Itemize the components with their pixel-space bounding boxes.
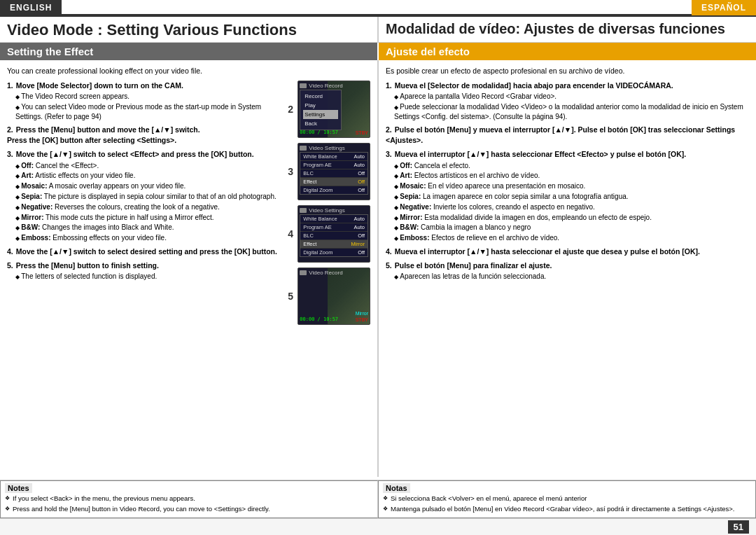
step-4-right: 4.Mueva el interruptor [▲/▼] hasta selec… <box>386 246 749 257</box>
bullet-item: Negative: Reverses the colours, creating… <box>15 202 282 212</box>
settings-key: Program AE <box>303 162 331 168</box>
stby-2: STBY <box>356 130 368 135</box>
section-heading-right: Ajuste del efecto <box>379 43 756 60</box>
screenshot-wrap-4: 4 Video Settings White Balance Auto <box>286 205 370 263</box>
step-5-left-title: 5.Press the [Menu] button to finish sett… <box>7 260 282 271</box>
bullet-item: Sepia: La imagen aparece en color sepia … <box>394 192 749 202</box>
step-2-left-title: 2.Press the [Menu] button and move the [… <box>7 125 282 145</box>
screen-title-5: Video Record <box>309 270 342 276</box>
col-text-right: 1.Mueva el [Selector de modalidad] hacia… <box>386 81 749 282</box>
title-left: Video Mode : Setting Various Functions <box>0 17 379 42</box>
col-left: You can create professional looking effe… <box>0 60 379 477</box>
bullet-item: Aparece la pantalla Video Record <Grabar… <box>394 92 749 102</box>
bullet-item: B&W: Changes the images into Black and W… <box>15 223 282 232</box>
bullet-item: Emboss: Efectos de relieve en el archivo… <box>394 233 749 243</box>
bullet-item: Art: Artistic effects on your video file… <box>15 171 282 181</box>
step-4-left: 4.Move the [▲/▼] switch to select desire… <box>7 246 282 257</box>
timecode-5: 00:00 / 10:57 <box>300 317 338 322</box>
bullet-item: Art: Efectos artísticos en el archivo de… <box>394 171 749 181</box>
settings-row: White Balance Auto <box>300 215 368 223</box>
main-content: You can create professional looking effe… <box>0 60 756 477</box>
bullet-item: Sepia: The picture is displayed in sepia… <box>15 192 282 202</box>
intro-right: Es posible crear un efecto de aspecto pr… <box>386 66 749 76</box>
settings-val-effect: Off <box>358 179 365 185</box>
settings-val: Off <box>358 232 365 239</box>
step-3-left-bullets: Off: Cancel the <Effect>. Art: Artistic … <box>15 161 282 243</box>
step-2-right: 2.Pulse el botón [Menu] y mueva el inter… <box>386 125 749 145</box>
step-5-right-title: 5.Pulse el botón [Menu] para finalizar e… <box>386 260 749 271</box>
bullet-item: Mosaic: En el vídeo aparece una presenta… <box>394 181 749 191</box>
settings-val-effect-mirror: Mirror <box>351 241 365 247</box>
mirror-label: Mirror <box>356 311 368 316</box>
notes-item-left-1: Press and hold the [Menu] button in Vide… <box>5 505 373 514</box>
bullet-item: B&W: Cambia la imagen a blanco y negro <box>394 223 749 232</box>
settings-val: Auto <box>354 216 365 222</box>
notes-section: Notes If you select <Back> in the menu, … <box>0 480 756 518</box>
bullet-item: Mirror: Esta modalidad divide la imagen … <box>394 213 749 223</box>
step-5-right: 5.Pulse el botón [Menu] para finalizar e… <box>386 260 749 282</box>
screenshot-4: Video Settings White Balance Auto Progra… <box>298 205 370 263</box>
settings-val: Auto <box>354 162 365 168</box>
settings-key: Program AE <box>303 224 331 230</box>
screenshot-label-3: Video Settings <box>300 145 368 151</box>
bullet-item: Mirror: This mode cuts the picture in ha… <box>15 213 282 223</box>
col-text-left: 1.Move [Mode Selector] down to turn on t… <box>7 81 282 327</box>
settings-val: Auto <box>354 224 365 230</box>
settings-val: Auto <box>354 153 365 160</box>
settings-grid-4: White Balance Auto Program AE Auto BLC O… <box>300 214 368 257</box>
step-1-right: 1.Mueva el [Selector de modalidad] hacia… <box>386 81 749 122</box>
step-5-left-bullets: The letters of selected function is disp… <box>15 272 282 282</box>
settings-row: Digital Zoom Off <box>300 186 368 194</box>
step-3-right-title: 3.Mueva el interruptor [▲/▼] hasta selec… <box>386 149 749 160</box>
notes-header-right: Notas <box>383 483 410 493</box>
lang-tab-espanol: ESPAÑOL <box>692 0 756 15</box>
notes-box-right: Notas Si selecciona Back <Volver> en el … <box>378 480 756 518</box>
step-1-left-bullets: The Video Record screen appears. You can… <box>15 92 282 121</box>
col-right: Es posible crear un efecto de aspecto pr… <box>379 60 756 477</box>
lang-tab-english: ENGLISH <box>0 0 62 15</box>
step-3-right: 3.Mueva el interruptor [▲/▼] hasta selec… <box>386 149 749 243</box>
step-5-right-bullets: Aparecen las letras de la función selecc… <box>394 272 749 282</box>
screenshot-2: Video Record Record Play Settings Back 0… <box>298 81 370 138</box>
menu-overlay-2: Record Play Settings Back <box>300 90 342 131</box>
settings-key: Digital Zoom <box>303 187 332 193</box>
settings-row: BLC Off <box>300 232 368 240</box>
screenshot-5: Video Record 00:00 / 10:57 STBY Mirror <box>298 268 370 325</box>
screenshot-wrap-3: 3 Video Settings White Balance Auto <box>286 143 370 200</box>
bullet-item: The Video Record screen appears. <box>15 92 282 102</box>
notes-box-left: Notes If you select <Back> in the menu, … <box>0 480 378 518</box>
step-3-left: 3.Move the [▲/▼] switch to select <Effec… <box>7 149 282 243</box>
menu-item: Record <box>303 92 338 101</box>
step-1-right-title: 1.Mueva el [Selector de modalidad] hacia… <box>386 81 749 91</box>
screenshot-label-2: Video Record <box>300 83 368 89</box>
settings-row: BLC Off <box>300 169 368 178</box>
settings-row: Program AE Auto <box>300 223 368 232</box>
bg-person-5 <box>328 268 370 324</box>
settings-row-effect: Effect Off <box>300 178 368 186</box>
step-2-right-title: 2.Pulse el botón [Menu] y mueva el inter… <box>386 125 749 145</box>
bullet-item: The letters of selected function is disp… <box>15 272 282 282</box>
screen-title-3: Video Settings <box>309 145 344 151</box>
settings-row: Program AE Auto <box>300 161 368 169</box>
screenshot-3: Video Settings White Balance Auto Progra… <box>298 143 370 200</box>
bullet-item: Off: Cancel the <Effect>. <box>15 161 282 171</box>
settings-key: White Balance <box>303 153 337 160</box>
cam-icon <box>300 83 307 88</box>
settings-row: White Balance Auto <box>300 153 368 161</box>
menu-item: Play <box>303 101 338 110</box>
notes-item-right-1: Mantenga pulsado el botón [Menu] en Vide… <box>383 505 751 514</box>
notes-item-left-0: If you select <Back> in the menu, the pr… <box>5 494 373 503</box>
menu-item: Back <box>303 119 338 128</box>
bullet-item: Off: Cancela el efecto. <box>394 161 749 171</box>
step-3-right-bullets: Off: Cancela el efecto. Art: Efectos art… <box>394 161 749 243</box>
screenshot-wrap-2: 2 Video Record Record Play Settings <box>286 81 370 138</box>
step-1-left: 1.Move [Mode Selector] down to turn on t… <box>7 81 282 122</box>
bullet-item: You can select Video mode or Previous mo… <box>15 102 282 121</box>
settings-val: Off <box>358 170 365 176</box>
step-4-left-title: 4.Move the [▲/▼] switch to select desire… <box>7 246 282 257</box>
bullet-item: Emboss: Embossing effects on your video … <box>15 233 282 243</box>
step-3-left-title: 3.Move the [▲/▼] switch to select <Effec… <box>7 149 282 160</box>
step-4-right-title: 4.Mueva el interruptor [▲/▼] hasta selec… <box>386 246 749 257</box>
settings-key: Digital Zoom <box>303 249 332 256</box>
step-1-left-title: 1.Move [Mode Selector] down to turn on t… <box>7 81 282 91</box>
